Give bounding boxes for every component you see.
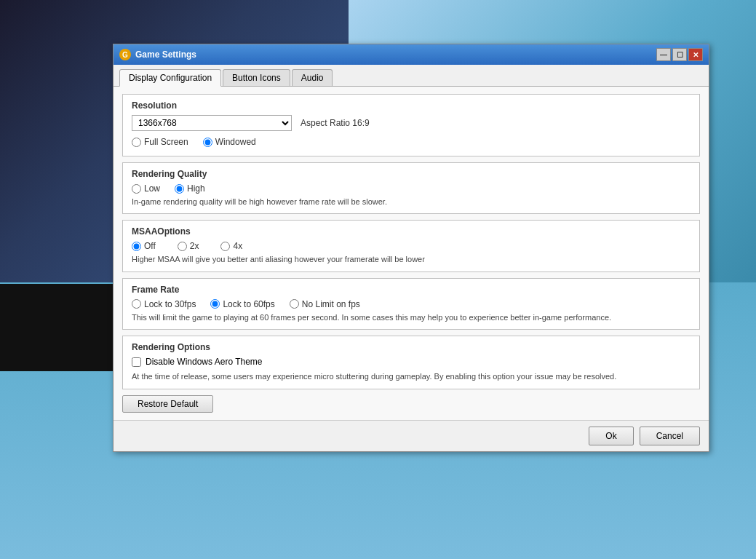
rendering-quality-row: Low High (132, 183, 691, 194)
fps-60-label: Lock to 60fps (223, 299, 274, 309)
frame-rate-section: Frame Rate Lock to 30fps Lock to 60fps N… (122, 278, 700, 330)
low-quality-option[interactable]: Low (132, 183, 160, 194)
restore-row: Restore Default (122, 395, 700, 413)
close-button[interactable]: ✕ (688, 48, 703, 61)
high-quality-label: High (187, 183, 205, 194)
fps-unlimited-radio[interactable] (290, 299, 299, 309)
fps-unlimited-option[interactable]: No Limit on fps (290, 299, 360, 309)
frame-rate-options-row: Lock to 30fps Lock to 60fps No Limit on … (132, 299, 691, 309)
settings-content: Resolution 800x600 1024x768 1280x720 136… (114, 87, 709, 420)
dark-bar (0, 284, 127, 371)
windowed-label: Windowed (215, 137, 256, 147)
msaa-section: MSAAOptions Off 2x 4x Higher MSAA will g… (122, 220, 700, 271)
rendering-quality-desc: In-game rendering quality will be high h… (132, 197, 691, 207)
fullscreen-radio[interactable] (132, 138, 141, 147)
rendering-options-desc: At the time of release, some users may e… (132, 371, 691, 382)
minimize-button[interactable]: — (656, 48, 671, 61)
rendering-quality-title: Rendering Quality (132, 169, 691, 179)
window-title: Game Settings (135, 49, 656, 60)
resolution-dropdown[interactable]: 800x600 1024x768 1280x720 1366x768 1920x… (132, 115, 292, 131)
msaa-4x-label: 4x (233, 241, 242, 251)
msaa-2x-label: 2x (190, 241, 199, 251)
aero-theme-label[interactable]: Disable Windows Aero Theme (146, 357, 263, 367)
fps-30-option[interactable]: Lock to 30fps (132, 299, 196, 309)
tab-bar: Display Configuration Button Icons Audio (114, 65, 709, 87)
title-bar: G Game Settings — ☐ ✕ (114, 44, 709, 65)
screen-mode-row: Full Screen Windowed (132, 137, 691, 147)
msaa-4x-radio[interactable] (220, 242, 230, 251)
ok-button[interactable]: Ok (589, 427, 633, 445)
low-quality-radio[interactable] (132, 184, 141, 194)
msaa-off-label: Off (144, 241, 156, 251)
fullscreen-label: Full Screen (144, 137, 188, 147)
footer-buttons: Ok Cancel (114, 420, 709, 451)
high-quality-option[interactable]: High (175, 183, 205, 194)
msaa-title: MSAAOptions (132, 226, 691, 237)
msaa-2x-radio[interactable] (178, 242, 187, 251)
high-quality-radio[interactable] (175, 184, 184, 194)
msaa-2x-option[interactable]: 2x (178, 241, 199, 251)
window-controls: — ☐ ✕ (656, 48, 703, 61)
windowed-radio[interactable] (203, 138, 212, 147)
msaa-desc: Higher MSAA will give you better anti al… (132, 254, 691, 265)
windowed-option[interactable]: Windowed (203, 137, 256, 147)
restore-default-button[interactable]: Restore Default (122, 395, 213, 413)
fps-60-radio[interactable] (210, 299, 220, 309)
fps-30-label: Lock to 30fps (144, 299, 196, 309)
fps-60-option[interactable]: Lock to 60fps (210, 299, 274, 309)
window-icon: G (119, 49, 131, 60)
fps-unlimited-label: No Limit on fps (302, 299, 360, 309)
resolution-section: Resolution 800x600 1024x768 1280x720 136… (122, 94, 700, 156)
restore-button[interactable]: ☐ (672, 48, 687, 61)
game-settings-window: G Game Settings — ☐ ✕ Display Configurat… (113, 44, 709, 452)
frame-rate-title: Frame Rate (132, 285, 691, 295)
tab-button-icons[interactable]: Button Icons (223, 69, 290, 86)
aspect-ratio-label: Aspect Ratio 16:9 (301, 118, 370, 128)
msaa-off-option[interactable]: Off (132, 241, 156, 251)
fullscreen-option[interactable]: Full Screen (132, 137, 188, 147)
tab-display[interactable]: Display Configuration (119, 69, 221, 87)
rendering-options-section: Rendering Options Disable Windows Aero T… (122, 336, 700, 389)
fps-30-radio[interactable] (132, 299, 141, 309)
frame-rate-desc: This will limit the game to playing at 6… (132, 312, 691, 323)
cancel-button[interactable]: Cancel (640, 427, 700, 445)
aero-theme-checkbox[interactable] (132, 357, 141, 367)
msaa-off-radio[interactable] (132, 242, 141, 251)
resolution-select-row: 800x600 1024x768 1280x720 1366x768 1920x… (132, 115, 691, 131)
rendering-options-title: Rendering Options (132, 342, 691, 352)
rendering-quality-section: Rendering Quality Low High In-game rende… (122, 162, 700, 214)
low-quality-label: Low (144, 183, 160, 194)
tab-audio[interactable]: Audio (292, 69, 333, 86)
aero-theme-row: Disable Windows Aero Theme (132, 357, 691, 367)
msaa-4x-option[interactable]: 4x (220, 241, 242, 251)
resolution-title: Resolution (132, 100, 691, 111)
msaa-options-row: Off 2x 4x (132, 241, 691, 251)
